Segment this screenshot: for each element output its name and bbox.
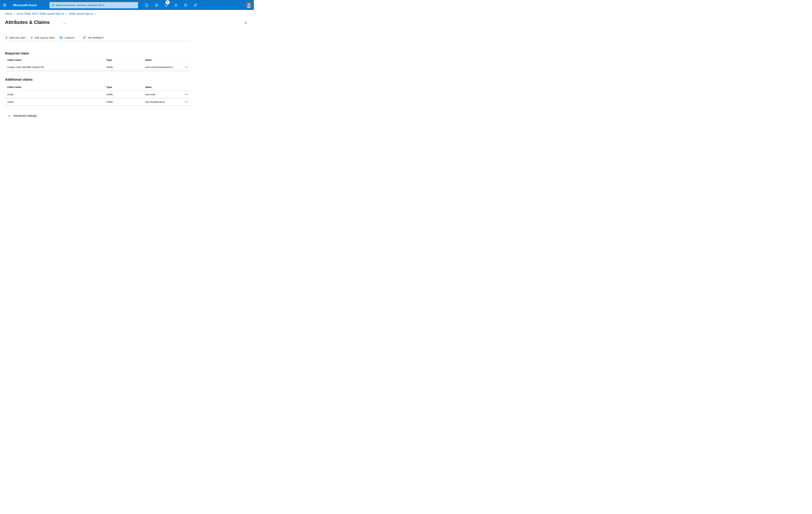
ellipsis-icon — [185, 67, 185, 67]
notifications-button[interactable]: 6 — [163, 2, 170, 9]
breadcrumb-separator: > — [13, 12, 15, 16]
avatar-silhouette-head — [248, 3, 250, 6]
directory-filter-button[interactable] — [153, 2, 160, 9]
ellipsis-icon — [64, 23, 64, 24]
settings-button[interactable] — [172, 2, 179, 9]
ellipsis-icon — [185, 94, 185, 95]
column-header-claim-name: Claim name — [7, 86, 106, 89]
avatar-silhouette-body — [246, 6, 251, 8]
column-header-value: Value — [145, 58, 179, 61]
toolbar-divider — [79, 35, 79, 40]
azure-topbar: Microsoft Azure — [0, 0, 254, 10]
close-blade-button[interactable] — [243, 21, 248, 25]
svg-text:?: ? — [185, 4, 186, 6]
brand-title[interactable]: Microsoft Azure — [13, 0, 37, 10]
required-claim-heading: Required claim — [5, 51, 29, 55]
person-feedback-icon — [194, 3, 197, 7]
page-title: Attributes & Claims — [5, 20, 50, 25]
ellipsis-icon — [185, 102, 185, 102]
claim-value-cell: user.displayname — [145, 101, 179, 103]
cloud-shell-button[interactable] — [143, 2, 150, 9]
columns-label: Columns — [65, 36, 75, 39]
search-icon — [52, 4, 55, 7]
command-bar: Add new claim Add a group claim Columns … — [5, 34, 109, 41]
got-feedback-label: Got feedback? — [88, 36, 104, 39]
notification-badge: 6 — [166, 0, 170, 4]
claim-type-cell: SAML — [106, 93, 145, 96]
feedback-person-icon — [82, 36, 86, 39]
feedback-button[interactable] — [192, 2, 199, 9]
claim-name-cell: Unique User Identifier (Name ID) — [7, 66, 106, 69]
column-header-value: Value — [145, 86, 179, 89]
table-header-row: Claim name Type Value — [5, 84, 191, 91]
help-icon: ? — [184, 3, 187, 7]
account-avatar[interactable] — [245, 2, 252, 8]
toolbar-rule — [5, 41, 191, 41]
claim-type-cell: SAML — [106, 66, 145, 69]
advanced-settings-toggle[interactable]: Advanced settings — [8, 114, 37, 117]
global-search — [50, 2, 138, 8]
additional-claims-table: Claim name Type Value email SAML user.ma… — [5, 84, 191, 106]
columns-button[interactable]: Columns — [59, 36, 75, 39]
additional-claims-heading: Additional claims — [5, 78, 33, 81]
add-new-claim-label: Add new claim — [9, 36, 26, 39]
cloud-shell-icon — [145, 3, 149, 7]
chevron-down-icon — [8, 114, 11, 117]
column-header-type: Type — [106, 58, 145, 61]
row-context-menu-button[interactable] — [179, 66, 188, 69]
close-icon — [244, 21, 248, 25]
column-header-type: Type — [106, 86, 145, 89]
claim-name-cell: name — [7, 101, 106, 103]
row-context-menu-button[interactable] — [179, 101, 188, 103]
table-row[interactable]: Unique User Identifier (Name ID) SAML us… — [5, 63, 191, 71]
title-more-button[interactable] — [63, 23, 67, 25]
advanced-settings-label: Advanced settings — [13, 114, 37, 117]
column-header-claim-name: Claim name — [7, 58, 106, 61]
hamburger-icon — [3, 4, 6, 4]
table-row[interactable]: name SAML user.displayname — [5, 98, 191, 106]
claim-value-cell: user.mail — [145, 93, 179, 96]
plus-icon — [30, 36, 33, 39]
breadcrumb-home[interactable]: Home — [5, 12, 12, 15]
help-button[interactable]: ? — [182, 2, 189, 9]
add-group-claim-label: Add a group claim — [35, 36, 55, 39]
got-feedback-button[interactable]: Got feedback? — [82, 36, 104, 39]
breadcrumb-saml-signon[interactable]: SAML-based Sign-on — [69, 12, 93, 15]
hamburger-menu-button[interactable] — [0, 0, 9, 10]
claim-value-cell: user.userprincipalname [... — [145, 66, 179, 69]
breadcrumb-app-sso[interactable]: Azure SAML SSO | SAML-based Sign-on — [17, 12, 64, 15]
table-row[interactable]: email SAML user.mail — [5, 91, 191, 98]
gear-icon — [174, 3, 178, 7]
table-header-row: Claim name Type Value — [5, 56, 191, 63]
claim-name-cell: email — [7, 93, 106, 96]
breadcrumb: Home > Azure SAML SSO | SAML-based Sign-… — [5, 12, 98, 15]
add-group-claim-button[interactable]: Add a group claim — [30, 36, 55, 39]
breadcrumb-separator: > — [66, 12, 67, 16]
add-new-claim-button[interactable]: Add new claim — [5, 36, 26, 39]
claim-type-cell: SAML — [106, 101, 145, 103]
columns-icon — [59, 36, 63, 39]
breadcrumb-separator: > — [95, 12, 97, 16]
row-context-menu-button[interactable] — [179, 93, 188, 96]
search-input[interactable] — [50, 2, 138, 8]
filter-icon — [154, 3, 158, 7]
plus-icon — [5, 36, 8, 39]
required-claim-table: Claim name Type Value Unique User Identi… — [5, 56, 191, 71]
